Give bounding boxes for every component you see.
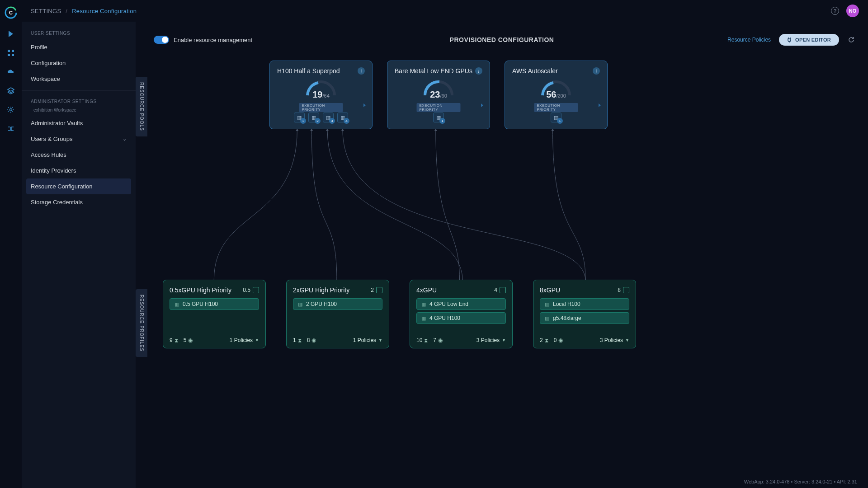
breadcrumb-page: Resource Configuration: [72, 8, 137, 14]
resource-policies-link[interactable]: Resource Policies: [727, 37, 771, 43]
svg-rect-6: [12, 54, 14, 56]
nav-grid-icon[interactable]: [6, 48, 16, 58]
sidebar-item-admin-vaults[interactable]: Administrator Vaults: [22, 115, 136, 131]
profile-title: 0.5xGPU High Priority: [170, 286, 231, 294]
priority-label: EXECUTION PRIORITY: [299, 103, 343, 112]
breadcrumb: SETTINGS / Resource Configuration: [31, 8, 137, 14]
stat-queued: 10⧗: [416, 337, 428, 343]
info-icon[interactable]: i: [475, 67, 482, 75]
queue-chip[interactable]: ▥1: [551, 113, 561, 122]
svg-rect-3: [8, 50, 10, 52]
app-logo[interactable]: C: [4, 5, 18, 20]
sidebar: USER SETTINGS Profile Configuration Work…: [22, 22, 136, 488]
queue-chip[interactable]: ▥1: [294, 113, 305, 122]
pool-title: Bare Metal Low END GPUs: [395, 67, 472, 75]
pool-max: /64: [322, 93, 329, 99]
stat-running: 8◉: [307, 337, 316, 343]
page-title: PROVISIONED CONFIGURATION: [450, 36, 554, 43]
info-icon[interactable]: i: [358, 67, 365, 75]
policies-dropdown[interactable]: 1 Policies▼: [230, 337, 259, 343]
nav-play-icon[interactable]: [6, 29, 16, 39]
nav-gear-icon[interactable]: [6, 105, 16, 115]
svg-rect-5: [8, 54, 10, 56]
toolbar: Enable resource management PROVISIONED C…: [154, 31, 855, 49]
queue-chip[interactable]: ▥2: [308, 113, 319, 122]
sidebar-item-identity-providers[interactable]: Identity Providers: [22, 163, 136, 178]
plug-icon: [787, 37, 792, 42]
chip-icon: [500, 287, 506, 293]
priority-label: EXECUTION PRIORITY: [417, 103, 461, 112]
svg-rect-4: [12, 50, 14, 52]
top-bar: SETTINGS / Resource Configuration ? NO: [22, 0, 868, 22]
workspace-name: exhibition Workspace: [22, 108, 136, 115]
icon-rail: C: [0, 0, 22, 488]
resource-profiles-tab[interactable]: RESOURCE PROFILES: [136, 289, 147, 357]
svg-point-7: [10, 109, 12, 111]
breadcrumb-settings[interactable]: SETTINGS: [31, 8, 61, 14]
sidebar-item-storage-creds[interactable]: Storage Credentials: [22, 194, 136, 210]
nav-layers-icon[interactable]: [6, 86, 16, 96]
user-settings-title: USER SETTINGS: [22, 26, 136, 39]
nav-flow-icon[interactable]: [6, 124, 16, 134]
profile-card-2xgpu[interactable]: 2xGPU High Priority 2 ▥2 GPU H100 1⧗ 8◉ …: [286, 280, 389, 348]
pool-card-aws-autoscaler[interactable]: AWS Autoscaler i 56/200 EXECUTION PRIORI…: [505, 61, 608, 129]
policies-dropdown[interactable]: 3 Policies▼: [600, 337, 629, 343]
pool-used: 56: [546, 89, 556, 99]
chip-icon: [253, 287, 259, 293]
chip-icon: [623, 287, 629, 293]
refresh-icon[interactable]: [847, 36, 855, 44]
help-icon[interactable]: ?: [831, 7, 839, 15]
policies-dropdown[interactable]: 3 Policies▼: [476, 337, 506, 343]
pool-title: AWS Autoscaler: [512, 67, 558, 75]
policies-dropdown[interactable]: 1 Policies▼: [353, 337, 382, 343]
resource-pill[interactable]: ▥4 GPU Low End: [416, 298, 506, 310]
toggle-label: Enable resource management: [174, 37, 252, 43]
profile-title: 4xGPU: [416, 286, 437, 294]
pool-used: 23: [430, 89, 440, 99]
sidebar-item-workspace[interactable]: Workspace: [22, 71, 136, 87]
stat-running: 5◉: [184, 337, 193, 343]
priority-label: EXECUTION PRIORITY: [534, 103, 578, 112]
enable-resource-mgmt-toggle[interactable]: [154, 36, 169, 44]
profile-title: 2xGPU High Priority: [293, 286, 349, 294]
sidebar-item-access-rules[interactable]: Access Rules: [22, 147, 136, 163]
svg-text:C: C: [9, 10, 13, 15]
avatar[interactable]: NO: [846, 5, 859, 17]
sidebar-item-resource-config[interactable]: Resource Configuration: [26, 178, 131, 194]
chip-icon: [376, 287, 382, 293]
stat-running: 7◉: [433, 337, 443, 343]
stat-running: 0◉: [554, 337, 563, 343]
main: Enable resource management PROVISIONED C…: [136, 22, 868, 475]
resource-pools-tab[interactable]: RESOURCE POOLS: [136, 77, 147, 136]
resource-pill[interactable]: ▥2 GPU H100: [293, 298, 382, 310]
profile-card-0.5xgpu[interactable]: 0.5xGPU High Priority 0.5 ▥0.5 GPU H100 …: [163, 280, 266, 348]
profile-title: 8xGPU: [540, 286, 560, 294]
resource-pill[interactable]: ▥0.5 GPU H100: [170, 298, 259, 310]
pool-card-bare-metal[interactable]: Bare Metal Low END GPUs i 23/60 EXECUTIO…: [387, 61, 490, 129]
queue-chip[interactable]: ▥1: [433, 113, 444, 122]
open-editor-button[interactable]: OPEN EDITOR: [779, 34, 839, 46]
chevron-down-icon: ⌄: [123, 136, 127, 142]
queue-chip[interactable]: ▥3: [323, 113, 334, 122]
resource-pill[interactable]: ▥g5.48xlarge: [540, 312, 629, 324]
profile-card-4xgpu[interactable]: 4xGPU 4 ▥4 GPU Low End ▥4 GPU H100 10⧗ 7…: [410, 280, 513, 348]
stat-queued: 1⧗: [293, 337, 302, 343]
sidebar-item-configuration[interactable]: Configuration: [22, 55, 136, 71]
resource-pill[interactable]: ▥Local H100: [540, 298, 629, 310]
queue-chip[interactable]: ▥4: [337, 113, 348, 122]
admin-settings-title: ADMINISTRATOR SETTINGS: [22, 94, 136, 108]
pool-max: /60: [440, 93, 447, 99]
sidebar-item-profile[interactable]: Profile: [22, 39, 136, 55]
canvas: H100 Half a Superpod i 19/64 EXECUTION P…: [154, 61, 855, 422]
nav-cloud-icon[interactable]: [6, 67, 16, 77]
info-icon[interactable]: i: [593, 67, 600, 75]
stat-queued: 2⧗: [540, 337, 548, 343]
resource-pill[interactable]: ▥4 GPU H100: [416, 312, 506, 324]
pool-title: H100 Half a Superpod: [277, 67, 340, 75]
pool-max: /200: [556, 93, 566, 99]
stat-queued: 9⧗: [170, 337, 178, 343]
pool-card-h100-superpod[interactable]: H100 Half a Superpod i 19/64 EXECUTION P…: [269, 61, 373, 129]
sidebar-item-users-groups[interactable]: Users & Groups⌄: [22, 131, 136, 147]
profile-card-8xgpu[interactable]: 8xGPU 8 ▥Local H100 ▥g5.48xlarge 2⧗ 0◉ 3…: [533, 280, 636, 348]
pool-used: 19: [312, 89, 322, 99]
